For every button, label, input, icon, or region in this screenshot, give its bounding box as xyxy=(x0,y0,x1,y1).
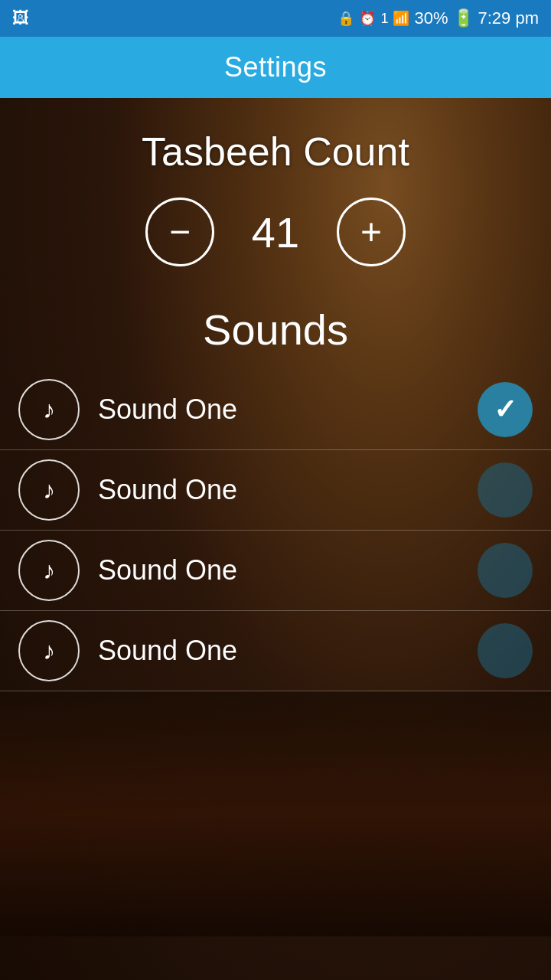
sound-name-3: Sound One xyxy=(98,554,459,586)
sound-item-4[interactable]: ♪ Sound One xyxy=(0,611,551,691)
image-icon: 🖼 xyxy=(12,8,29,28)
select-circle-3[interactable] xyxy=(478,543,533,598)
counter-row: − 41 + xyxy=(145,198,406,266)
signal-icon: 📶 xyxy=(393,10,409,27)
sound-name-4: Sound One xyxy=(98,635,459,667)
battery-icon: 🔋 xyxy=(453,8,474,28)
app-bar: Settings xyxy=(0,37,551,98)
count-value: 41 xyxy=(245,207,306,257)
status-bar: 🖼 🔒 ⏰ 1 📶 30% 🔋 7:29 pm xyxy=(0,0,551,37)
select-circle-4[interactable] xyxy=(478,623,533,678)
sound-name-2: Sound One xyxy=(98,474,459,506)
checkmark-1: ✓ xyxy=(494,394,517,426)
music-icon-circle-3: ♪ xyxy=(18,540,80,601)
music-note-3: ♪ xyxy=(43,557,55,585)
music-note-4: ♪ xyxy=(43,637,55,665)
select-circle-1[interactable]: ✓ xyxy=(478,382,533,437)
sounds-list: ♪ Sound One ✓ ♪ Sound One ♪ xyxy=(0,370,551,691)
music-note-1: ♪ xyxy=(43,396,55,424)
bottom-area xyxy=(0,691,551,936)
sound-name-1: Sound One xyxy=(98,394,459,426)
app-bar-title: Settings xyxy=(224,51,327,83)
sound-item-1[interactable]: ♪ Sound One ✓ xyxy=(0,370,551,450)
sound-item-3[interactable]: ♪ Sound One xyxy=(0,531,551,611)
select-circle-2[interactable] xyxy=(478,462,533,518)
music-icon-circle-2: ♪ xyxy=(18,459,80,521)
sounds-title: Sounds xyxy=(203,305,348,354)
alarm-icon: ⏰ xyxy=(359,10,376,27)
main-content: Tasbeeh Count − 41 + Sounds ♪ Sound One … xyxy=(0,98,551,980)
sim-icon: 🔒 xyxy=(337,10,354,27)
notification-icon: 1 xyxy=(380,11,388,27)
decrement-button[interactable]: − xyxy=(145,198,214,266)
battery-percent: 30% xyxy=(414,8,448,28)
music-icon-circle-1: ♪ xyxy=(18,379,80,440)
increment-button[interactable]: + xyxy=(337,198,406,266)
tasbeeh-count-title: Tasbeeh Count xyxy=(142,129,409,175)
time-display: 7:29 pm xyxy=(478,8,540,28)
music-note-2: ♪ xyxy=(43,476,55,505)
music-icon-circle-4: ♪ xyxy=(18,620,80,681)
sound-item-2[interactable]: ♪ Sound One xyxy=(0,450,551,531)
